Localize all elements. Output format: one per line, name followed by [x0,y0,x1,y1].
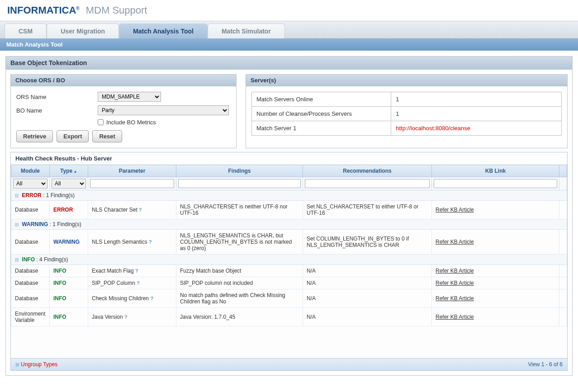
group-header[interactable]: ⊟ INFO : 4 Finding(s) [11,255,567,265]
tab-match-analysis-tool[interactable]: Match Analysis Tool [119,24,208,38]
cell-type: INFO [50,289,88,308]
cell-module: Database [11,265,50,277]
ors-panel: Choose ORS / BO ORS Name MDM_SAMPLE BO N… [10,74,237,148]
tab-user-migration[interactable]: User Migration [47,24,119,38]
bo-name-label: BO Name [16,107,98,114]
server-table: Match Servers Online 1 Number of Cleanse… [251,92,562,136]
expand-icon: ⊞ [15,362,19,367]
server-row: Number of Cleanse/Process Servers 1 [252,107,562,121]
cell-recommendations: Set COLUMN_LENGTH_IN_BYTES to 0 if NLS_L… [303,230,432,255]
cell-module: Database [11,289,50,308]
cell-recommendations: Set NLS_CHARACTERSET to either UTF-8 or … [303,201,432,219]
logo: INFORMATICA® [7,5,80,16]
help-icon[interactable]: ? [139,207,142,213]
server-row: Match Server 1 http://localhost:8080/cle… [252,121,562,136]
kb-article-link[interactable]: Refer KB Article [436,314,474,320]
cell-parameter: Exact Match Flag ? [88,265,176,277]
server-panel-title: Server(s) [246,75,567,86]
group-header[interactable]: ⊟ ERROR : 1 Finding(s) [11,190,567,201]
cell-kb: Refer KB Article [432,289,559,308]
table-row: DatabaseWARNINGNLS Length Semantics ?NLS… [11,230,567,255]
cell-parameter: NLS Character Set ? [88,201,176,219]
group-header[interactable]: ⊟ WARNING : 1 Finding(s) [11,219,567,230]
cell-findings: Java Version: 1.7.0_45 [176,308,303,326]
kb-article-link[interactable]: Refer KB Article [436,207,474,213]
filter-kb-input[interactable] [434,179,557,188]
filter-parameter-input[interactable] [90,179,174,188]
cell-findings: NLS_CHARACTERSET is neither UTF-8 nor UT… [176,201,303,219]
health-check-title: Health Check Results - Hub Server [11,152,567,165]
tab-csm[interactable]: CSM [5,24,47,38]
app-title: MDM Support [86,5,147,16]
col-header-scroll [559,165,567,177]
cell-type: INFO [50,277,88,289]
collapse-icon: ⊟ [15,193,19,198]
cell-kb: Refer KB Article [432,265,559,277]
ungroup-types-link[interactable]: ⊞Ungroup Types [15,361,57,368]
ors-name-select[interactable]: MDM_SAMPLE [98,92,161,102]
ors-name-label: ORS Name [16,94,98,100]
kb-article-link[interactable]: Refer KB Article [436,295,474,302]
cell-kb: Refer KB Article [432,308,559,326]
cell-type: WARNING [50,230,88,255]
cell-module: Database [11,277,50,289]
include-bo-metrics-checkbox[interactable] [98,119,104,125]
include-bo-metrics-label: Include BO Metrics [106,119,156,126]
help-icon[interactable]: ? [124,314,128,320]
cell-parameter: SIP_POP Column ? [88,277,176,289]
bo-name-select[interactable]: Party [98,105,229,115]
cell-findings: SIP_POP column not included [176,277,303,289]
help-icon[interactable]: ? [150,296,153,301]
tab-match-simulator[interactable]: Match Simulator [208,24,285,38]
export-button[interactable]: Export [57,130,89,142]
cell-scroll [559,277,567,289]
col-header-parameter[interactable]: Parameter [88,165,176,177]
server-row-value: 1 [391,92,562,107]
cell-type: INFO [50,308,88,326]
main-panel: Base Object Tokenization Choose ORS / BO… [5,56,573,376]
reset-button[interactable]: Reset [92,130,122,142]
cell-kb: Refer KB Article [432,277,559,289]
table-row: DatabaseERRORNLS Character Set ?NLS_CHAR… [11,201,567,219]
cell-findings: No match paths defined with Check Missin… [176,289,303,308]
cell-module: Database [11,230,50,255]
help-icon[interactable]: ? [137,280,140,286]
server-panel: Server(s) Match Servers Online 1 Number … [246,74,568,148]
server-row-value: 1 [391,107,562,121]
table-row: DatabaseINFOSIP_POP Column ?SIP_POP colu… [11,277,567,289]
filter-type-select[interactable]: All [52,179,86,189]
ors-panel-title: Choose ORS / BO [11,75,236,86]
cell-type: INFO [50,265,88,277]
cell-recommendations: N/A [303,277,432,289]
col-header-module[interactable]: Module [11,165,50,177]
kb-article-link[interactable]: Refer KB Article [436,239,474,245]
kb-article-link[interactable]: Refer KB Article [436,280,474,286]
col-header-recommendations[interactable]: Recommendations [303,165,432,177]
cell-scroll [559,265,567,277]
server-row-label: Match Servers Online [252,92,391,107]
help-icon[interactable]: ? [135,268,138,274]
col-header-type[interactable]: Type▲ [50,165,88,177]
help-icon[interactable]: ? [149,239,152,245]
sub-title-bar: Match Analysis Tool [0,38,578,51]
retrieve-button[interactable]: Retrieve [16,130,53,142]
cell-findings: Fuzzy Match base Object [176,265,303,277]
health-check-grid: Module Type▲ Parameter Findings Recommen… [11,165,567,326]
cell-scroll [559,308,567,326]
cell-parameter: Check Missing Children ? [88,289,176,308]
match-server-link[interactable]: http://localhost:8080/cleanse [396,125,470,132]
filter-module-select[interactable]: All [13,179,47,189]
col-header-findings[interactable]: Findings [176,165,303,177]
cell-scroll [559,289,567,308]
filter-findings-input[interactable] [178,179,301,188]
col-header-kb-link[interactable]: KB Link [432,165,559,177]
app-header: INFORMATICA® MDM Support [0,0,578,21]
pager-text: View 1 - 6 of 6 [528,361,563,368]
cell-kb: Refer KB Article [432,230,559,255]
filter-recommendations-input[interactable] [305,179,430,188]
kb-article-link[interactable]: Refer KB Article [436,268,474,274]
main-panel-title: Base Object Tokenization [6,57,572,70]
health-check-panel: Health Check Results - Hub Server Module… [10,152,568,371]
cell-module: Environment Variable [11,308,50,326]
sort-asc-icon: ▲ [73,169,77,174]
